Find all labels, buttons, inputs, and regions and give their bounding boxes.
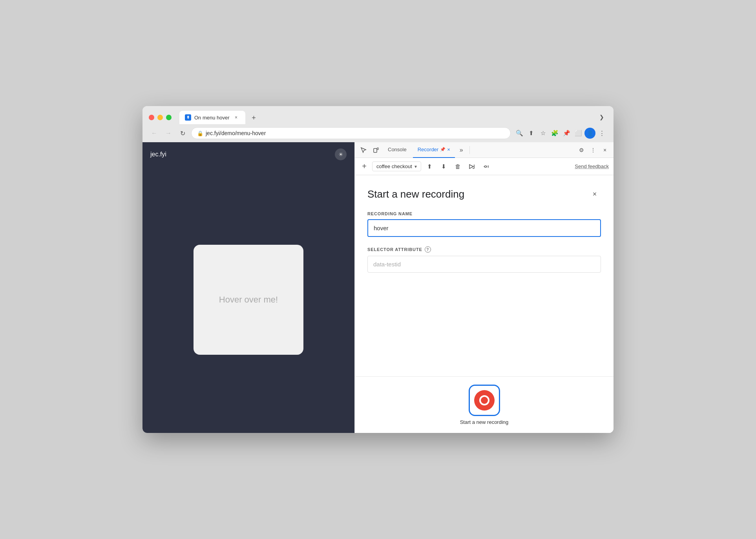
extensions-button[interactable]: 🧩 <box>549 128 560 139</box>
devtools-right-actions: ⚙ ⋮ × <box>576 145 610 156</box>
tabs-area: 🎙 On menu hover × + ❯ <box>179 111 607 124</box>
back-button[interactable]: ← <box>149 128 160 139</box>
export-recording-button[interactable]: ⬆ <box>424 161 435 172</box>
close-traffic-light[interactable] <box>149 115 154 120</box>
selector-attribute-input[interactable] <box>367 256 601 273</box>
url-bar[interactable]: 🔒 jec.fyi/demo/menu-hover <box>191 127 511 139</box>
add-recording-button[interactable]: + <box>360 162 369 171</box>
devtools-panel: Console Recorder 📌 × » ⚙ ⋮ × <box>354 142 614 433</box>
main-area: jec.fyi ☀ Hover over me! <box>142 142 614 433</box>
hover-card-text: Hover over me! <box>219 295 278 305</box>
devtools-toolbar: Console Recorder 📌 × » ⚙ ⋮ × <box>355 142 614 158</box>
lock-icon: 🔒 <box>197 130 203 136</box>
minimize-traffic-light[interactable] <box>157 115 163 120</box>
record-icon <box>474 390 495 411</box>
more-tabs-button[interactable]: ❯ <box>596 112 607 123</box>
record-icon-center <box>479 395 489 405</box>
maximize-traffic-light[interactable] <box>166 115 172 120</box>
tab-close-button[interactable]: × <box>233 114 240 121</box>
delete-recording-button[interactable]: 🗑 <box>453 161 464 172</box>
recording-chevron-icon: ▾ <box>415 164 417 169</box>
browser-window: 🎙 On menu hover × + ❯ ← → ↻ 🔒 jec.fyi/de… <box>142 106 614 433</box>
selector-help-icon[interactable]: ? <box>425 246 431 253</box>
traffic-lights <box>149 115 172 120</box>
webpage-site-name: jec.fyi <box>150 151 166 158</box>
devtools-options-button[interactable]: ⋮ <box>588 145 599 156</box>
search-button[interactable]: 🔍 <box>514 128 525 139</box>
dialog-area: Start a new recording × RECORDING NAME S… <box>355 175 614 376</box>
step-recording-button[interactable] <box>481 161 492 172</box>
devtools-settings-button[interactable]: ⚙ <box>576 145 587 156</box>
tab-title: On menu hover <box>194 115 230 121</box>
selector-attribute-label: SELECTOR ATTRIBUTE ? <box>367 246 601 253</box>
tab-favicon: 🎙 <box>185 114 191 121</box>
dialog-close-button[interactable]: × <box>588 188 601 200</box>
profile-button[interactable]: 👤 <box>584 128 595 139</box>
selector-attribute-group: SELECTOR ATTRIBUTE ? <box>367 246 601 273</box>
title-bar: 🎙 On menu hover × + ❯ <box>142 106 614 124</box>
active-tab[interactable]: 🎙 On menu hover × <box>179 111 245 124</box>
refresh-button[interactable]: ↻ <box>177 128 188 139</box>
pin-button[interactable]: 📌 <box>561 128 572 139</box>
start-recording-button[interactable] <box>469 385 500 416</box>
recorder-toolbar: + coffee checkout ▾ ⬆ ⬇ 🗑 <box>355 158 614 175</box>
inspect-element-button[interactable] <box>358 145 369 156</box>
record-icon-dot <box>481 397 488 404</box>
toolbar-divider <box>469 146 470 154</box>
recording-name-display: coffee checkout <box>376 163 412 169</box>
address-actions: 🔍 ⬆ ☆ 🧩 📌 ⬜ 👤 ⋮ <box>514 128 607 139</box>
replay-recording-button[interactable] <box>467 161 478 172</box>
hover-card[interactable]: Hover over me! <box>194 245 303 355</box>
dialog-header: Start a new recording × <box>367 188 601 200</box>
dialog-title: Start a new recording <box>367 188 464 200</box>
url-text: jec.fyi/demo/menu-hover <box>206 130 266 136</box>
new-tab-button[interactable]: + <box>248 112 259 123</box>
recorder-pin-icon: 📌 <box>440 147 446 152</box>
webpage-content: Hover over me! <box>142 167 354 433</box>
start-recording-label: Start a new recording <box>460 419 509 425</box>
svg-rect-0 <box>374 148 377 152</box>
import-recording-button[interactable]: ⬇ <box>438 161 449 172</box>
recorder-tab-close[interactable]: × <box>447 147 450 152</box>
device-mode-button[interactable] <box>371 145 382 156</box>
address-bar: ← → ↻ 🔒 jec.fyi/demo/menu-hover 🔍 ⬆ ☆ 🧩 … <box>142 124 614 142</box>
webpage-header: jec.fyi ☀ <box>142 142 354 167</box>
share-button[interactable]: ⬆ <box>526 128 537 139</box>
recording-name-label: RECORDING NAME <box>367 211 601 216</box>
svg-rect-1 <box>377 148 378 150</box>
recording-name-input[interactable] <box>367 219 601 237</box>
forward-button[interactable]: → <box>163 128 174 139</box>
bookmark-button[interactable]: ☆ <box>537 128 548 139</box>
devtools-close-button[interactable]: × <box>599 145 610 156</box>
cast-button[interactable]: ⬜ <box>573 128 584 139</box>
webpage-panel: jec.fyi ☀ Hover over me! <box>142 142 354 433</box>
recording-name-group: RECORDING NAME <box>367 211 601 237</box>
tab-console[interactable]: Console <box>383 142 411 158</box>
recording-selector[interactable]: coffee checkout ▾ <box>372 161 421 171</box>
tab-recorder[interactable]: Recorder 📌 × <box>413 142 455 158</box>
send-feedback-button[interactable]: Send feedback <box>575 163 609 169</box>
theme-toggle-button[interactable]: ☀ <box>335 148 347 160</box>
menu-button[interactable]: ⋮ <box>596 128 607 139</box>
dialog-footer: Start a new recording <box>355 376 614 433</box>
more-panels-button[interactable]: » <box>457 142 466 158</box>
